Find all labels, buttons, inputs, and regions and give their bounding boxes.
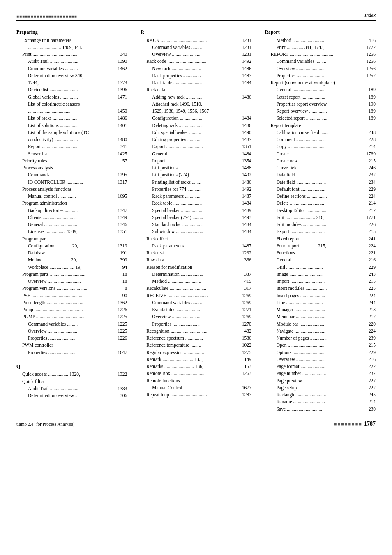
index-entry: Remarks ......................... 136,15… bbox=[141, 363, 251, 370]
entry-label: Quick access ................. 1320, bbox=[22, 371, 116, 378]
entry-number: 1349 bbox=[116, 214, 127, 221]
index-entry: General ............................216 bbox=[265, 257, 376, 264]
index-entry: Print .............. 341, 1743,1772 bbox=[265, 44, 376, 51]
entry-label: Editing properties ............ bbox=[152, 136, 240, 143]
index-entry: Open ...............................215 bbox=[265, 342, 376, 349]
entry-label: Overview ............................ bbox=[28, 278, 121, 285]
entry-label: Remark .......................... 133, bbox=[146, 356, 243, 363]
entry-number: 1772 bbox=[365, 44, 376, 51]
entry-label: Line ............................... bbox=[277, 299, 367, 306]
index-entry: Rename ...........................214 bbox=[265, 398, 376, 405]
entry-label: Define sections ................. bbox=[277, 193, 367, 200]
index-entry: Report template bbox=[265, 122, 376, 129]
entry-label: Standard racks .................. bbox=[152, 221, 240, 228]
entry-number: 1487 bbox=[241, 136, 251, 143]
entry-label: List of solutions ............... bbox=[28, 122, 116, 129]
entry-label: Determination overview ... bbox=[28, 392, 119, 399]
index-entry: Exchange unit parameters bbox=[16, 37, 127, 44]
index-entry: Properties ........................1647 bbox=[16, 349, 127, 356]
col-divider-2 bbox=[258, 25, 258, 413]
entry-number: 1647 bbox=[116, 349, 127, 356]
entry-number: 189 bbox=[367, 115, 376, 122]
entry-number: 246 bbox=[367, 164, 376, 171]
entry-number: 1257 bbox=[365, 72, 376, 79]
entry-label: General ............................ bbox=[277, 86, 367, 93]
index-entry: Sensor list .........................142… bbox=[16, 150, 127, 157]
index-entry: Reference spectrum ...............1586 bbox=[141, 335, 251, 342]
entry-label: Edit modules .................... bbox=[277, 221, 367, 228]
entry-number: 1269 bbox=[241, 313, 251, 320]
index-entry: Selected report ..................189 bbox=[265, 115, 376, 122]
index-entry: Rack table ........................1484 bbox=[141, 200, 251, 207]
entry-number: 191 bbox=[119, 250, 127, 257]
entry-number: 222 bbox=[367, 384, 376, 391]
index-entry: Special beaker ...................1489 bbox=[141, 207, 251, 214]
entry-label: Options ........................... bbox=[277, 349, 367, 356]
entry-number: 1362 bbox=[116, 299, 127, 306]
entry-label: Event/status .................... bbox=[152, 306, 240, 313]
index-entry: Standard racks ..................1484 bbox=[141, 221, 251, 228]
entry-label: Rectangle ......................... bbox=[277, 391, 367, 398]
index-entry: Process analysis functions bbox=[16, 186, 127, 193]
index-entry: Default font .....................229 bbox=[265, 186, 376, 193]
index-entry: Configuration ............. 20,1319 bbox=[16, 243, 127, 250]
index-entry: Recognition ............................… bbox=[141, 328, 251, 335]
entry-number: 1487 bbox=[241, 193, 251, 200]
entry-number: 1484 bbox=[241, 228, 251, 235]
entry-number: 1490 bbox=[241, 129, 251, 136]
entry-label: Desktop Editor .................. bbox=[277, 207, 367, 214]
index-entry: Overview .........................1269 bbox=[141, 313, 251, 320]
entry-label: Functions ......................... bbox=[277, 250, 367, 257]
entry-label: Manual Control ............... bbox=[152, 384, 240, 391]
index-entry: Print ..................................… bbox=[16, 51, 127, 58]
index-entry: Rack code ..............................… bbox=[141, 58, 251, 65]
entry-number: 1486 bbox=[241, 122, 251, 129]
index-entry: Rack data bbox=[141, 86, 251, 93]
entry-number: 214 bbox=[367, 398, 376, 405]
index-entry: Program parts ..........................… bbox=[16, 271, 127, 278]
entry-number: 1695 bbox=[116, 193, 127, 200]
entry-number: 1319 bbox=[116, 243, 127, 250]
entry-number: 228 bbox=[367, 136, 376, 143]
index-entry: Audit Trail ........................1390 bbox=[16, 58, 127, 65]
entry-label: Rack parameters .............. bbox=[152, 193, 240, 200]
entry-number: 8 bbox=[124, 285, 127, 292]
index-entry: Raw data ...............................… bbox=[141, 257, 251, 264]
entry-label: Method ........................... bbox=[277, 37, 367, 44]
entry-number: 224 bbox=[367, 243, 376, 250]
entry-number: 245 bbox=[367, 391, 376, 398]
entry-number: 241 bbox=[367, 236, 376, 243]
index-entry: Report ...............................34… bbox=[16, 143, 127, 150]
entry-number: 1256 bbox=[365, 65, 376, 72]
index-entry: Fixed report .....................241 bbox=[265, 236, 376, 243]
index-entry: Export ...............................13… bbox=[141, 143, 251, 150]
entry-number: 1586 bbox=[241, 335, 251, 342]
index-entry: Determination overview 340, bbox=[16, 72, 127, 79]
entry-number: 415 bbox=[243, 278, 251, 285]
entry-label: Clients ............................. bbox=[28, 214, 116, 221]
index-entry: Regular expression .................1275 bbox=[141, 349, 251, 356]
index-entry: Create .............................1769 bbox=[265, 150, 376, 157]
entry-number: 1322 bbox=[116, 371, 127, 378]
entry-number: 1450 bbox=[116, 108, 127, 115]
entry-label: Command variables ......... bbox=[277, 58, 365, 65]
entry-number: 248 bbox=[367, 129, 376, 136]
entry-label: Workplace ..................... 19, bbox=[28, 264, 121, 271]
entry-label: Audit Trail ........................ bbox=[28, 58, 116, 65]
entry-number: 366 bbox=[243, 257, 251, 264]
index-entry: Properties .......................1257 bbox=[265, 72, 376, 79]
entry-number: 18 bbox=[121, 278, 127, 285]
entry-label: REPORT .................................… bbox=[271, 51, 365, 58]
entry-label: Report overview ............... bbox=[277, 108, 367, 115]
entry-label: Lift positions (774) .......... bbox=[152, 171, 240, 178]
entry-number: 1225 bbox=[116, 328, 127, 335]
index-entry: Method ...................... 20,399 bbox=[16, 257, 127, 264]
entry-label: Report ............................... bbox=[28, 143, 119, 150]
entry-label: PUMP ...................................… bbox=[22, 313, 116, 320]
entry-label: Configuration ................... bbox=[152, 115, 240, 122]
entry-number: 1390 bbox=[116, 58, 127, 65]
entry-label: Insert modules .................. bbox=[277, 285, 367, 292]
index-entry: Command variables .........1269 bbox=[141, 299, 251, 306]
entry-label: Edit special beaker .......... bbox=[152, 129, 240, 136]
entry-number: 1769 bbox=[365, 150, 376, 157]
